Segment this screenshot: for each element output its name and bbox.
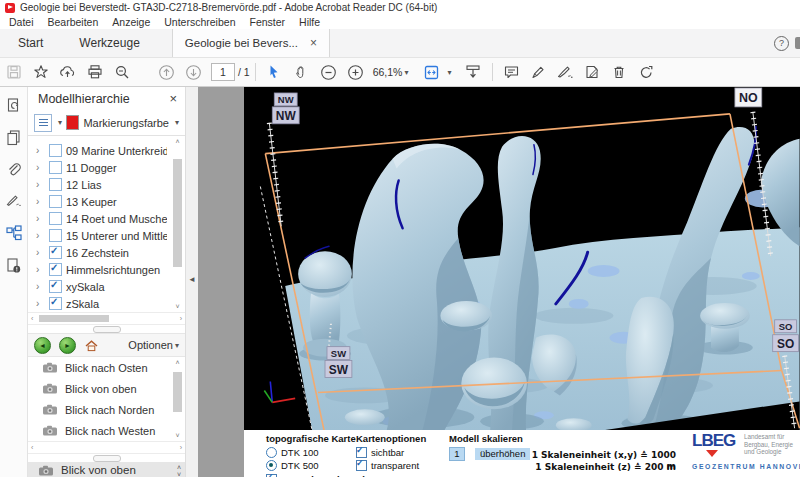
help-icon[interactable]: ? (774, 36, 789, 51)
star-favorites-icon[interactable] (27, 60, 54, 84)
marker-color-caret-icon[interactable]: ▾ (175, 118, 179, 127)
views-vertical-scrollbar[interactable]: ˄ ˅ (172, 359, 183, 439)
saved-view-item[interactable]: Blick von oben (28, 378, 185, 399)
model-tree-item[interactable]: › 15 Unterer und Mittlerer Bur (36, 227, 167, 244)
scroll-down-icon[interactable]: ˅ (175, 303, 179, 310)
scrollbar-thumb[interactable] (173, 159, 182, 267)
visible-checkbox[interactable] (356, 447, 367, 458)
visibility-checkbox[interactable] (49, 212, 62, 225)
menu-item[interactable]: Hilfe (292, 16, 327, 28)
menu-item[interactable]: Fenster (242, 16, 292, 28)
tab-document[interactable]: Geologie bei Bevers... × (172, 29, 330, 57)
chevron-right-icon[interactable]: › (36, 179, 45, 190)
model-tree-item[interactable]: › 16 Zechstein (36, 244, 167, 261)
sign-icon[interactable] (552, 60, 579, 84)
model-tree-item[interactable]: › 12 Lias (36, 176, 167, 193)
chevron-right-icon[interactable]: › (36, 162, 45, 173)
zoom-level-value[interactable]: 66,1% (373, 66, 403, 78)
saved-view-item[interactable]: Blick nach Norden (28, 399, 185, 420)
scroll-right-icon[interactable]: › (180, 444, 182, 451)
previous-page-icon[interactable] (153, 60, 180, 84)
next-view-button[interactable]: ► (59, 337, 76, 354)
attachments-icon[interactable] (4, 159, 24, 179)
model-tree-item[interactable]: › 14 Roet und Muschelkalk (36, 210, 167, 227)
views-options-button[interactable]: Optionen ▾ (128, 339, 179, 351)
menu-item[interactable]: Unterschreiben (157, 16, 242, 28)
views-horizontal-scrollbar[interactable]: ‹ › (28, 442, 185, 454)
scale-factor-input[interactable]: 1 (449, 447, 465, 461)
close-panel-icon[interactable]: × (169, 91, 177, 106)
zoom-out-icon[interactable] (315, 60, 342, 84)
next-page-icon[interactable] (180, 60, 207, 84)
fit-page-icon[interactable] (418, 60, 445, 84)
chevron-right-icon[interactable]: › (36, 247, 45, 258)
close-tab-icon[interactable]: × (310, 36, 317, 50)
model-tree-item[interactable]: › 11 Dogger (36, 159, 167, 176)
comment-icon[interactable] (498, 60, 525, 84)
scroll-up-icon[interactable]: ˄ (175, 138, 179, 145)
tree-horizontal-scrollbar[interactable]: ‹ › (28, 313, 185, 325)
view-mode-caret-icon[interactable]: ▾ (58, 118, 62, 127)
panel-divider[interactable]: ◄ (185, 87, 198, 477)
model-tree-item[interactable]: › 13 Keuper (36, 193, 167, 210)
active-view-row[interactable]: Blick von oben ˄˅ (28, 463, 185, 477)
chevron-right-icon[interactable]: › (36, 213, 45, 224)
zoom-caret-icon[interactable]: ▾ (404, 68, 408, 77)
visibility-checkbox[interactable] (49, 263, 62, 276)
scroll-left-icon[interactable]: ‹ (31, 315, 33, 322)
previous-view-button[interactable]: ◄ (34, 337, 51, 354)
3d-model-viewport[interactable]: NW NW NO SW SW SO SO (244, 87, 800, 430)
visibility-checkbox[interactable] (49, 246, 62, 259)
scroll-up-icon[interactable]: ˄ (175, 359, 179, 366)
home-view-icon[interactable] (84, 339, 99, 352)
cloud-upload-icon[interactable] (54, 60, 81, 84)
rotate-icon[interactable] (633, 60, 660, 84)
visibility-checkbox[interactable] (49, 195, 62, 208)
edit-page-icon[interactable] (579, 60, 606, 84)
menu-item[interactable]: Anzeige (105, 16, 157, 28)
tree-vertical-scrollbar[interactable]: ˄ ˅ (172, 138, 183, 310)
menu-item[interactable]: Bearbeiten (41, 16, 106, 28)
collapse-panel-icon[interactable]: ◄ (188, 275, 196, 284)
chevron-right-icon[interactable]: › (36, 264, 45, 275)
highlight-icon[interactable] (525, 60, 552, 84)
tree-view-mode-icon[interactable] (34, 114, 52, 132)
page-number-input[interactable]: 1 (211, 63, 235, 81)
page-thumbnails-icon[interactable] (4, 127, 24, 147)
chevron-right-icon[interactable]: › (36, 298, 45, 309)
scrolling-mode-icon[interactable] (460, 60, 487, 84)
print-icon[interactable] (81, 60, 108, 84)
tab-tools[interactable]: Werkzeuge (61, 29, 157, 57)
chevron-right-icon[interactable]: › (36, 196, 45, 207)
panel-splitter[interactable] (28, 454, 185, 463)
visibility-checkbox[interactable] (49, 161, 62, 174)
dtk500-radio[interactable] (266, 460, 277, 471)
view-spinner[interactable]: ˄˅ (177, 464, 181, 477)
hand-tool-icon[interactable] (288, 60, 315, 84)
chevron-right-icon[interactable]: › (36, 145, 45, 156)
tab-start[interactable]: Start (0, 29, 61, 57)
export-page-icon[interactable] (4, 95, 24, 115)
scrollbar-thumb[interactable] (39, 315, 109, 322)
signatures-icon[interactable] (4, 191, 24, 211)
saved-view-item[interactable]: Blick nach Osten (28, 357, 185, 378)
model-tree-item[interactable]: › zSkala (36, 295, 167, 312)
chevron-right-icon[interactable]: › (36, 230, 45, 241)
account-icon[interactable] (795, 37, 800, 49)
saved-view-item[interactable]: Blick nach Westen (28, 420, 185, 441)
scroll-left-icon[interactable]: ‹ (31, 444, 33, 451)
fit-page-caret-icon[interactable]: ▾ (447, 68, 451, 77)
transparent-checkbox[interactable] (356, 460, 367, 471)
visibility-checkbox[interactable] (49, 229, 62, 242)
visibility-checkbox[interactable] (49, 280, 62, 293)
layers-info-icon[interactable] (4, 255, 24, 275)
search-icon[interactable] (108, 60, 135, 84)
model-tree-item[interactable]: › 09 Marine Unterkreide (36, 142, 167, 159)
exaggerate-button[interactable]: überhöhen (475, 448, 530, 460)
dtk100-radio[interactable] (266, 447, 277, 458)
delete-page-icon[interactable] (606, 60, 633, 84)
zoom-in-icon[interactable] (342, 60, 369, 84)
save-icon[interactable] (0, 60, 27, 84)
chevron-right-icon[interactable]: › (36, 281, 45, 292)
model-tree-icon[interactable] (4, 223, 24, 243)
